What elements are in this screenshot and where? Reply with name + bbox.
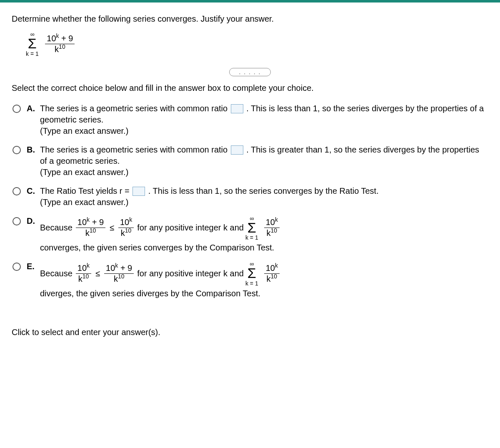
radio-b[interactable] <box>12 146 21 154</box>
choice-e-frac2: 10k + 9 k10 <box>104 264 134 283</box>
footer-instruction: Click to select and enter your answer(s)… <box>0 311 500 345</box>
fraction-denominator: k10 <box>45 44 75 54</box>
separator-pill: . . . . . <box>229 68 270 76</box>
sum-lower-limit: k = 1 <box>26 51 39 57</box>
fraction-numerator: 10k + 9 <box>45 34 75 44</box>
choice-e-frac1: 10k k10 <box>76 264 91 283</box>
choice-e-mid2: diverges, the given series diverges by t… <box>40 288 260 299</box>
section-separator: . . . . . <box>12 67 488 76</box>
choice-a-hint: (Type an exact answer.) <box>40 125 488 137</box>
choice-instruction: Select the correct choice below and fill… <box>12 83 488 93</box>
radio-a[interactable] <box>12 105 21 113</box>
choice-d-label: D. <box>27 216 36 226</box>
choice-a-input[interactable] <box>231 104 243 113</box>
series-fraction: 10k + 9 k10 <box>45 34 75 54</box>
choice-b-hint: (Type an exact answer.) <box>40 167 488 178</box>
choice-c-body: The Ratio Test yields r = . This is less… <box>40 185 488 208</box>
choice-e-body: Because 10k k10 ≤ 10k + 9 k10 for any po… <box>40 261 488 299</box>
series-expression: ∞ Σ k = 1 10k + 9 k10 <box>26 31 488 57</box>
choices-list: A. The series is a geometric series with… <box>12 103 488 299</box>
choice-d-sum: ∞ Σ k = 1 <box>245 215 258 241</box>
choice-e-lead: Because <box>40 268 72 279</box>
choice-a-body: The series is a geometric series with co… <box>40 103 488 137</box>
choice-e-label: E. <box>27 262 36 271</box>
choice-b-body: The series is a geometric series with co… <box>40 144 488 178</box>
question-area: Determine whether the following series c… <box>0 3 500 311</box>
choice-d-frac3: 10k k10 <box>264 218 280 238</box>
le-symbol-e: ≤ <box>95 268 100 279</box>
choice-b-text1: The series is a geometric series with co… <box>40 145 230 154</box>
choice-d-frac2: 10k k10 <box>118 218 134 238</box>
choice-d-lead: Because <box>40 222 72 233</box>
choice-e[interactable]: E. Because 10k k10 ≤ 10k + 9 k10 for any… <box>12 261 488 299</box>
choice-d-mid1: for any positive integer k and <box>137 222 244 233</box>
choice-d-mid2: converges, the given series converges by… <box>40 242 274 253</box>
sigma-icon: Σ <box>26 37 39 50</box>
le-symbol: ≤ <box>110 222 114 233</box>
choice-b-input[interactable] <box>231 145 243 155</box>
choice-c-text2: . This is less than 1, so the series con… <box>148 186 379 195</box>
choice-c[interactable]: C. The Ratio Test yields r = . This is l… <box>12 185 488 208</box>
choice-d-body: Because 10k + 9 k10 ≤ 10k k10 for any po… <box>40 215 488 254</box>
radio-d[interactable] <box>12 217 21 225</box>
summation-symbol: ∞ Σ k = 1 <box>26 31 39 57</box>
choice-d[interactable]: D. Because 10k + 9 k10 ≤ 10k k10 for any… <box>12 215 488 254</box>
choice-d-frac1: 10k + 9 k10 <box>76 218 105 238</box>
choice-a-label: A. <box>27 104 36 113</box>
choice-b[interactable]: B. The series is a geometric series with… <box>12 144 488 178</box>
choice-c-text1: The Ratio Test yields r = <box>40 186 132 195</box>
choice-c-hint: (Type an exact answer.) <box>40 197 488 208</box>
radio-e[interactable] <box>12 263 21 271</box>
choice-a-text1: The series is a geometric series with co… <box>40 104 230 113</box>
question-prompt: Determine whether the following series c… <box>12 14 488 24</box>
choice-e-sum: ∞ Σ k = 1 <box>245 261 258 286</box>
choice-e-mid1: for any positive integer k and <box>137 268 244 279</box>
choice-c-input[interactable] <box>132 187 145 196</box>
choice-b-label: B. <box>27 145 36 155</box>
choice-a[interactable]: A. The series is a geometric series with… <box>12 103 488 137</box>
choice-e-frac3: 10k k10 <box>264 264 280 283</box>
radio-c[interactable] <box>12 187 21 195</box>
choice-c-label: C. <box>27 186 36 196</box>
